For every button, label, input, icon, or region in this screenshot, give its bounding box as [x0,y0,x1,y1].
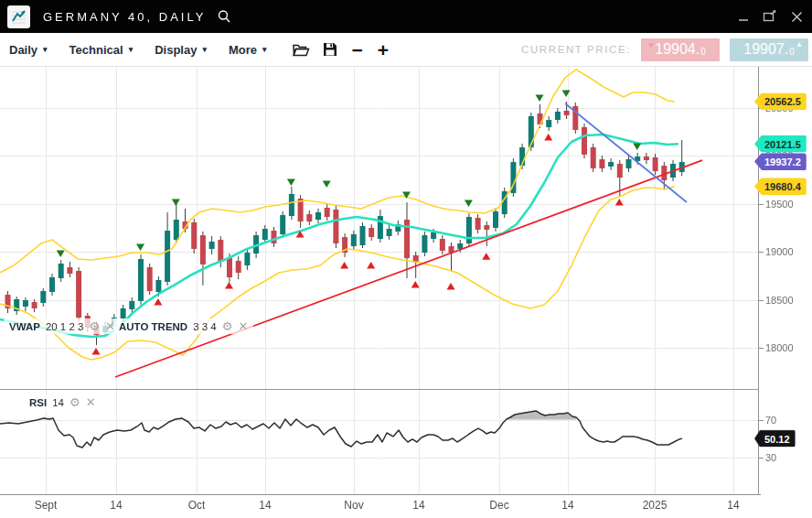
remove-indicator-icon[interactable]: ✕ [238,320,248,332]
remove-indicator-icon[interactable]: ✕ [86,396,96,408]
chart-logo-icon [7,5,30,28]
chart-canvas[interactable] [0,0,812,518]
vwap-params: 20 1 2 3 [46,321,84,332]
menu-display[interactable]: Display ▾ [155,43,207,57]
vwap-name: VWAP [9,321,40,332]
close-icon[interactable] [791,11,803,23]
zoom-out-button[interactable]: − [352,40,363,59]
gear-icon[interactable]: ⚙ [69,396,80,408]
chevron-down-icon: ▾ [262,45,267,54]
minimize-icon[interactable] [738,11,749,22]
popout-icon[interactable] [763,10,777,23]
chart-window: GERMANY 40, DAILY [0,0,812,518]
arrow-down-icon: ▼ [647,42,655,49]
menu-display-label: Display [155,43,197,57]
buy-price-value: 19907. [743,41,788,58]
auto-trend-indicator-chip: AUTO TREND 3 3 4 ⚙ ✕ [113,318,253,334]
menu-timeframe[interactable]: Daily ▾ [9,43,48,57]
gear-icon[interactable]: ⚙ [89,320,100,332]
open-folder-icon[interactable] [293,43,310,57]
sell-price-button[interactable]: ▼ 19904. 0 [641,38,720,61]
search-icon[interactable] [217,9,231,24]
auto-trend-params: 3 3 4 [193,321,217,332]
chevron-down-icon: ▾ [129,45,134,54]
rsi-indicator-chip: RSI 14 ⚙ ✕ [24,394,102,410]
menu-more-label: More [229,43,257,57]
page-title: GERMANY 40, DAILY [43,10,206,24]
sell-price-decimal: 0 [700,42,706,57]
save-icon[interactable] [323,42,337,57]
gear-icon[interactable]: ⚙ [222,320,233,332]
chevron-down-icon: ▾ [43,45,48,54]
window-controls [738,10,803,23]
arrow-up-icon: ▲ [796,41,803,49]
zoom-in-button[interactable]: + [378,40,389,59]
menu-technical-label: Technical [69,43,123,57]
menu-technical[interactable]: Technical ▾ [69,43,134,57]
sell-price-value: 19904. [655,41,700,58]
vwap-indicator-chip: VWAP 20 1 2 3 ⚙ ✕ [4,318,121,334]
rsi-name: RSI [29,397,47,408]
auto-trend-name: AUTO TREND [119,321,187,332]
current-price-label: CURRENT PRICE: [521,44,631,55]
rsi-params: 14 [52,397,64,408]
title-bar: GERMANY 40, DAILY [0,0,812,33]
buy-price-decimal: 0 [789,42,795,57]
chevron-down-icon: ▾ [202,45,207,54]
menu-more[interactable]: More ▾ [229,43,267,57]
toolbar: Daily ▾ Technical ▾ Display ▾ More ▾ [0,33,812,67]
menu-timeframe-label: Daily [9,43,37,57]
buy-price-button[interactable]: ▲ 19907. 0 [730,38,808,61]
